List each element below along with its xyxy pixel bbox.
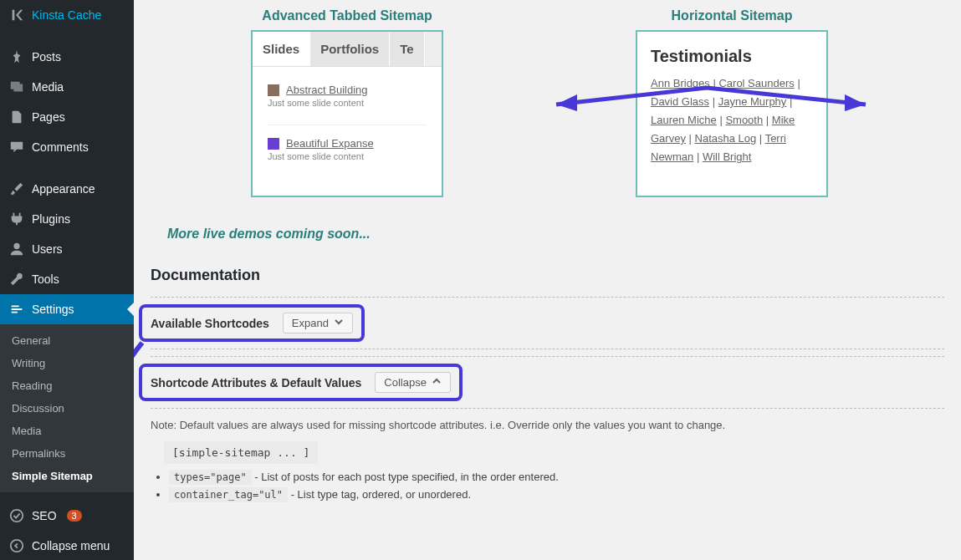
sidebar-item-media[interactable]: Media xyxy=(0,72,134,102)
submenu-permalinks[interactable]: Permalinks xyxy=(0,442,134,465)
annotation-arrow xyxy=(134,334,151,443)
hz-link[interactable]: Jayne Murphy xyxy=(718,95,787,108)
slide-desc-1: Just some slide content xyxy=(268,98,427,108)
svg-marker-3 xyxy=(556,94,577,111)
sidebar-item-users[interactable]: Users xyxy=(0,234,134,264)
sidebar-item-label: SEO xyxy=(32,509,57,522)
collapse-icon xyxy=(8,537,25,554)
sidebar-item-plugins[interactable]: Plugins xyxy=(0,204,134,234)
note-text: Note: Default values are always used for… xyxy=(151,419,944,431)
sidebar-item-label: Settings xyxy=(32,303,74,316)
slide-desc-2: Just some slide content xyxy=(268,151,427,161)
sidebar-item-posts[interactable]: Posts xyxy=(0,42,134,72)
page-icon xyxy=(8,109,25,125)
chevron-up-icon xyxy=(432,376,442,389)
hz-link[interactable]: Lauren Miche xyxy=(651,114,717,126)
preview-tab-slides[interactable]: Slides xyxy=(253,32,310,66)
attr-list-item: types="page" - List of posts for each po… xyxy=(169,471,944,483)
svg-marker-4 xyxy=(845,94,866,111)
sidebar-item-kinsta-cache[interactable]: Kinsta Cache xyxy=(0,0,134,30)
chevron-down-icon xyxy=(334,317,344,329)
sidebar-item-label: Kinsta Cache xyxy=(32,8,101,22)
collapse-button[interactable]: Collapse xyxy=(375,372,451,393)
sidebar-item-label: Pages xyxy=(32,110,65,124)
slide-link-1[interactable]: Abstract Building xyxy=(286,84,368,96)
hz-link[interactable]: David Glass xyxy=(651,95,709,108)
shortcode-code: [simple-sitemap ... ] xyxy=(164,441,318,464)
shortcode-attrs-label: Shortcode Attributes & Default Values xyxy=(151,376,361,389)
hz-link[interactable]: Will Bright xyxy=(703,150,752,163)
hz-links: Ann Bridges | Carol Saunders | David Gla… xyxy=(651,74,813,166)
slide-link-2[interactable]: Beautiful Expanse xyxy=(286,137,374,150)
hz-heading: Testimonials xyxy=(651,47,813,66)
submenu-simple-sitemap[interactable]: Simple Sitemap xyxy=(0,465,134,487)
settings-submenu: General Writing Reading Discussion Media… xyxy=(0,324,134,492)
submenu-writing[interactable]: Writing xyxy=(0,352,134,374)
submenu-reading[interactable]: Reading xyxy=(0,374,134,397)
sidebar-item-comments[interactable]: Comments xyxy=(0,132,134,162)
pin-icon xyxy=(8,48,25,65)
hz-link[interactable]: Natasha Log xyxy=(695,132,757,145)
brush-icon xyxy=(8,181,25,197)
sidebar-item-appearance[interactable]: Appearance xyxy=(0,174,134,204)
attr-list-item: container_tag="ul" - List type tag, orde… xyxy=(169,488,944,501)
seo-badge: 3 xyxy=(67,510,82,522)
svg-point-1 xyxy=(11,510,23,522)
submenu-media[interactable]: Media xyxy=(0,420,134,442)
thumb-icon xyxy=(268,138,279,150)
sidebar-item-label: Collapse menu xyxy=(32,539,110,552)
plug-icon xyxy=(8,211,25,227)
expand-button[interactable]: Expand xyxy=(283,313,353,333)
preview-tab-te[interactable]: Te xyxy=(390,32,424,66)
preview-tabbed-box: Slides Portfolios Te Abstract Building J… xyxy=(251,30,443,197)
sidebar-item-seo[interactable]: SEO 3 xyxy=(0,501,134,531)
svg-point-0 xyxy=(13,243,19,249)
sidebar-item-settings[interactable]: Settings xyxy=(0,294,134,324)
hz-link[interactable]: Smooth xyxy=(725,114,763,126)
sidebar-item-label: Users xyxy=(32,242,63,256)
sidebar-item-label: Tools xyxy=(32,272,59,286)
comment-icon xyxy=(8,139,25,155)
preview-horizontal-title: Horizontal Sitemap xyxy=(672,8,793,23)
wrench-icon xyxy=(8,271,25,288)
sidebar-item-label: Posts xyxy=(32,50,61,64)
admin-sidebar: Kinsta Cache Posts Media Pages Comments … xyxy=(0,0,134,560)
kinsta-icon xyxy=(8,7,25,23)
submenu-discussion[interactable]: Discussion xyxy=(0,397,134,420)
sliders-icon xyxy=(8,301,25,318)
user-icon xyxy=(8,241,25,257)
thumb-icon xyxy=(268,84,279,96)
available-shortcodes-label: Available Shortcodes xyxy=(151,317,269,330)
sidebar-item-tools[interactable]: Tools xyxy=(0,264,134,294)
preview-tabbed-title: Advanced Tabbed Sitemap xyxy=(262,8,432,23)
preview-horizontal-box: Testimonials Ann Bridges | Carol Saunder… xyxy=(636,30,828,197)
sidebar-item-label: Plugins xyxy=(32,212,70,226)
sidebar-item-label: Comments xyxy=(32,140,89,154)
hz-link[interactable]: Ann Bridges xyxy=(651,77,710,89)
sidebar-item-collapse[interactable]: Collapse menu xyxy=(0,531,134,560)
sidebar-item-pages[interactable]: Pages xyxy=(0,102,134,132)
demos-coming-soon: More live demos coming soon... xyxy=(167,227,944,242)
hz-link[interactable]: Carol Saunders xyxy=(718,77,794,89)
sidebar-item-label: Media xyxy=(32,80,64,94)
sidebar-item-label: Appearance xyxy=(32,182,95,196)
seo-icon xyxy=(8,507,25,524)
media-icon xyxy=(8,79,25,95)
svg-point-2 xyxy=(11,540,23,552)
submenu-general[interactable]: General xyxy=(0,329,134,352)
preview-tab-portfolios[interactable]: Portfolios xyxy=(310,32,390,66)
documentation-heading: Documentation xyxy=(151,267,944,284)
main-content: Advanced Tabbed Sitemap Slides Portfolio… xyxy=(134,0,961,560)
